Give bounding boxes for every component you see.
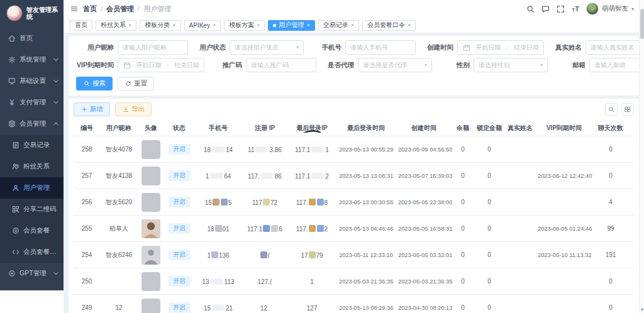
sidebar-item-8[interactable]: 分享二维码 [0, 199, 64, 220]
filter-select[interactable]: 请选择用户状态▾ [230, 40, 304, 55]
filter-input[interactable]: 请输入手机号 [345, 40, 416, 55]
tab-6[interactable]: 交易记录× [318, 20, 359, 31]
tab-label: 交易记录 [323, 21, 348, 30]
sidebar-item-5[interactable]: 交易记录 [0, 135, 64, 156]
font-size-icon[interactable]: TT [572, 6, 579, 13]
sidebar-item-0[interactable]: 首页 [0, 28, 64, 49]
column-header-10[interactable]: 锁定金额 [474, 124, 505, 133]
placeholder: 请输入真实姓名 [591, 43, 635, 52]
filter-input[interactable]: 请输入真实姓名 [586, 40, 644, 55]
filter-input[interactable]: 请输入邮箱 [589, 58, 644, 72]
filter-select[interactable]: 请选择性别▾ [474, 58, 548, 72]
chevron-down-icon: ▾ [540, 62, 543, 68]
filter-input[interactable]: 请输入推广码 [246, 58, 316, 72]
sidebar-item-10[interactable]: 会员套餐口令 [0, 241, 64, 263]
cell-status: 开启 [164, 250, 194, 260]
qrcode-icon [11, 206, 19, 214]
column-header-13[interactable]: 聊天次数 [593, 124, 628, 133]
scrollbar-down-arrow[interactable]: ▼ [640, 305, 644, 313]
user-menu[interactable]: 萌萌智友 ▾ [586, 3, 634, 15]
toggle-search-button[interactable] [605, 103, 618, 116]
cell-balance: 0 [452, 172, 474, 179]
column-header-12[interactable]: VIP到期时间 [535, 124, 593, 133]
filter-daterange[interactable]: 开始日期-结束日期 [457, 40, 544, 55]
avatar [142, 167, 160, 185]
filter-select[interactable]: 请选择是否代理▾ [358, 58, 432, 72]
tab-0[interactable]: 首页 [70, 20, 92, 31]
filter-input[interactable]: 请输入用户昵称 [118, 40, 188, 55]
search-button[interactable]: 搜索 [76, 77, 113, 91]
tab-4[interactable]: 模板方案× [224, 20, 265, 31]
cell-chats: 4 [593, 199, 628, 206]
breadcrumb-separator: / [138, 5, 140, 13]
column-header-0[interactable]: 编号 [74, 124, 100, 133]
table-row[interactable]: 24912开启152112.1272023-05-13 08:29:362023… [74, 295, 634, 313]
export-button[interactable]: 导出 [115, 102, 152, 116]
cell-reg-ip: 127.( [242, 278, 287, 285]
table-row[interactable]: 255稻草人开启1801117.16117.22023-05-13 04:46:… [74, 216, 634, 242]
cell-id: 250 [74, 278, 100, 285]
scrollbar-thumb[interactable] [640, 9, 644, 39]
cell-phone: 13113 [194, 278, 242, 285]
vertical-scrollbar[interactable]: ▼ [639, 0, 644, 313]
fullscreen-icon[interactable] [557, 5, 565, 13]
close-icon[interactable]: × [257, 23, 260, 28]
column-header-7[interactable]: 最后登录时间 [336, 124, 396, 133]
column-header-5[interactable]: 注册 IP [242, 124, 287, 133]
column-header-14[interactable]: 性别 [628, 124, 634, 133]
reset-button[interactable]: 重置 [118, 77, 154, 91]
table-scroll-area[interactable]: 编号用户昵称头像状态手机号注册 IP最后登录IP最后登录时间创建时间余额锁定金额… [74, 120, 634, 313]
hamburger-icon[interactable] [70, 5, 78, 13]
close-icon[interactable]: × [172, 23, 175, 28]
table-row[interactable]: 258智友4078开启1814113.86117.112023-05-13 00… [74, 136, 634, 163]
tab-3[interactable]: APIKey× [184, 20, 221, 31]
table-row[interactable]: 250开启13113127.(12023-05-03 21:36:352023-… [74, 268, 634, 295]
close-icon[interactable]: × [306, 23, 309, 28]
column-settings-button[interactable] [621, 103, 634, 116]
sidebar-item-2[interactable]: 基础设置 [0, 70, 64, 92]
column-header-9[interactable]: 余额 [452, 124, 474, 133]
cell-status: 开启 [164, 197, 194, 207]
tab-1[interactable]: 粉丝关系× [96, 20, 136, 31]
tab-2[interactable]: 模板分类× [140, 20, 180, 31]
tab-7[interactable]: 会员套餐口令× [362, 20, 416, 31]
message-icon[interactable] [541, 5, 550, 13]
top-bar: 首页/会员管理/用户管理 TT 萌萌智友 ▾ [64, 0, 644, 18]
close-icon[interactable]: × [128, 23, 131, 28]
table-row[interactable]: 257智友4138开启164117.86117.122023-05-13 13:… [74, 163, 634, 189]
blur-redaction [210, 173, 223, 179]
column-header-2[interactable]: 头像 [138, 124, 164, 133]
breadcrumb-item[interactable]: 会员管理 [106, 4, 134, 14]
sidebar: 智友管理系统 首页系统管理基础设置支付管理会员管理交易记录粉丝关系用户管理分享二… [0, 0, 64, 290]
cell-status: 开启 [164, 302, 194, 313]
column-header-8[interactable]: 创建时间 [396, 124, 452, 133]
filter-daterange[interactable]: 开始日期-结束日期 [118, 58, 204, 72]
close-icon[interactable]: × [351, 23, 354, 28]
sidebar-item-3[interactable]: 支付管理 [0, 92, 64, 113]
table-row[interactable]: 256智友5620开启15511772117.82023-05-13 00:30… [74, 189, 634, 216]
start-placeholder: 开始日期 [136, 61, 162, 70]
cell-balance: 0 [452, 199, 474, 206]
add-button[interactable]: 新增 [74, 102, 110, 116]
close-icon[interactable]: × [213, 23, 216, 28]
block-redaction [271, 225, 278, 232]
redacted-text: 18 [204, 146, 211, 153]
cell-created: 2023-05-07 16:39:03 [396, 173, 452, 179]
column-header-3[interactable]: 状态 [164, 124, 194, 133]
sidebar-item-4[interactable]: 会员管理 [0, 113, 64, 135]
column-header-11[interactable]: 真实姓名 [505, 124, 535, 133]
sidebar-item-1[interactable]: 系统管理 [0, 49, 64, 70]
breadcrumb-item[interactable]: 首页 [83, 4, 97, 14]
search-icon[interactable] [526, 5, 535, 13]
sidebar-item-6[interactable]: 粉丝关系 [0, 156, 64, 177]
column-header-1[interactable]: 用户昵称 [100, 124, 138, 133]
sidebar-item-11[interactable]: GPT管理 [0, 263, 64, 284]
sidebar-item-7[interactable]: 用户管理 [0, 177, 64, 199]
column-header-4[interactable]: 手机号 [194, 124, 242, 133]
table-row[interactable]: 254智友6246开启1136(17792023-05-11 12:33:102… [74, 242, 634, 268]
tab-5[interactable]: 用户管理× [268, 20, 314, 31]
column-header-6[interactable]: 最后登录IP [287, 124, 336, 133]
sidebar-item-9[interactable]: 会员套餐 [0, 220, 64, 241]
cell-avatar [138, 193, 164, 212]
close-icon[interactable]: × [408, 23, 411, 28]
